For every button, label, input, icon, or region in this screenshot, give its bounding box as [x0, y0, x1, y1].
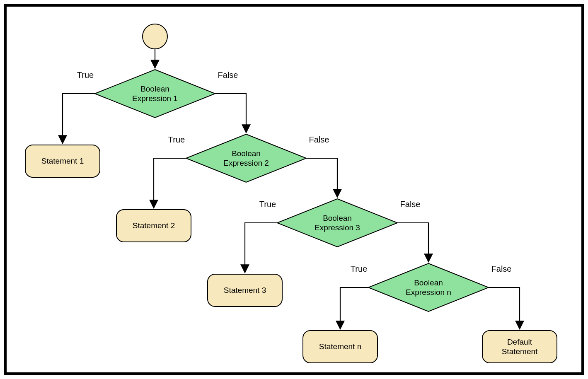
decision-1-line2: Expression 1: [132, 94, 178, 103]
statement-3-text: Statement 3: [224, 286, 266, 295]
decision-n-line2: Expression n: [406, 288, 451, 297]
arrow-decision2-true: [154, 158, 186, 208]
decision-1-false-label: False: [218, 70, 238, 80]
statement-n-text: Statement n: [319, 342, 361, 351]
decision-3-line1: Boolean: [323, 214, 352, 222]
statement-2-text: Statement 2: [133, 221, 175, 230]
arrow-decisionn-true: [340, 287, 368, 329]
start-node: [143, 24, 167, 49]
decision-n: [368, 263, 489, 311]
decision-2-line1: Boolean: [232, 149, 261, 158]
decision-1-line1: Boolean: [140, 84, 169, 93]
decision-3-true-label: True: [259, 200, 276, 209]
arrow-decision3-true: [245, 223, 277, 273]
flowchart-svg: Boolean Expression 1 True False Statemen…: [7, 7, 581, 372]
decision-3-line2: Expression 3: [315, 223, 360, 232]
decision-3-false-label: False: [400, 200, 421, 209]
arrow-decision2-false: [306, 158, 337, 197]
statement-default: [482, 331, 557, 363]
statement-1-text: Statement 1: [41, 157, 84, 165]
decision-2-line2: Expression 2: [223, 159, 269, 167]
decision-n-true-label: True: [351, 264, 367, 273]
diagram-frame: Boolean Expression 1 True False Statemen…: [4, 4, 584, 375]
arrow-decision3-false: [397, 223, 428, 262]
decision-n-line1: Boolean: [414, 278, 443, 287]
decision-2: [186, 134, 306, 182]
decision-n-false-label: False: [491, 264, 512, 273]
statement-default-line2: Statement: [502, 347, 538, 356]
statement-default-line1: Default: [507, 338, 532, 346]
decision-3: [277, 199, 397, 247]
arrow-decision1-false: [215, 94, 246, 133]
arrow-decision1-true: [63, 94, 95, 143]
decision-1-true-label: True: [77, 70, 94, 80]
arrow-decisionn-false: [489, 287, 520, 329]
decision-2-true-label: True: [168, 135, 185, 144]
decision-2-false-label: False: [309, 135, 329, 144]
decision-1: [95, 70, 215, 118]
